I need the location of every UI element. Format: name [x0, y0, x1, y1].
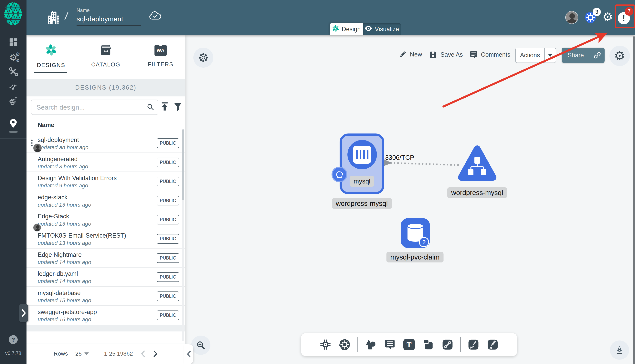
panel-tab-catalog[interactable]: CATALOG: [82, 35, 129, 77]
shapes-tool[interactable]: [364, 338, 377, 351]
zoom-button[interactable]: [191, 336, 210, 355]
link-tool[interactable]: [441, 338, 454, 351]
design-list-item[interactable]: Design With Validation Errors updated 9 …: [27, 172, 185, 191]
design-canvas[interactable]: [185, 35, 635, 364]
design-list-item[interactable]: sql-deployment updated an hour ago PUBLI…: [27, 134, 185, 153]
share-button-main[interactable]: Share: [562, 48, 590, 63]
node-persistent-volume-claim[interactable]: ?: [401, 218, 430, 248]
zoom-in-icon: [196, 340, 206, 350]
panel-scrollbar[interactable]: [182, 129, 184, 341]
design-name-field: Name: [77, 8, 141, 26]
design-updated-time: updated 16 hours ago: [38, 316, 91, 323]
actions-split-button[interactable]: Actions: [515, 48, 556, 63]
comments-button[interactable]: Comments: [470, 50, 510, 59]
design-list-item[interactable]: swagger-petstore-app updated 16 hours ag…: [27, 306, 185, 325]
sidebar-item-toolkit[interactable]: [0, 65, 27, 79]
design-list-item[interactable]: edge-stack updated 13 hours ago PUBLIC: [27, 191, 185, 210]
design-list-item[interactable]: FMTOK8S-Email-Service(REST) updated 13 h…: [27, 229, 185, 248]
chevron-right-icon: [153, 350, 158, 357]
design-visibility-badge: PUBLIC: [157, 272, 179, 282]
design-list-item[interactable]: Autogenerated updated 3 hours ago PUBLIC: [27, 153, 185, 172]
shapes-icon: [364, 338, 377, 351]
notification-count-badge: 7: [625, 7, 633, 16]
sidebar-item-dashboard[interactable]: [0, 36, 27, 50]
design-updated-time: updated 14 hours ago: [38, 259, 91, 266]
funnel-icon: [173, 102, 182, 111]
settings-gear-button[interactable]: ⚙: [601, 10, 614, 24]
design-list-item[interactable]: mysql-database updated 15 hours ago PUBL…: [27, 287, 185, 306]
comment-tool[interactable]: [383, 338, 396, 351]
panel-collapse-handle[interactable]: [184, 344, 193, 364]
sidebar-item-kanvas[interactable]: [0, 117, 27, 131]
user-avatar[interactable]: [565, 11, 578, 24]
dashboard-icon: [9, 38, 18, 48]
panel-tab-filters[interactable]: WA FILTERS: [137, 35, 184, 77]
sidebar-item-lifecycle[interactable]: ⚙ ⚙ ⚙: [0, 50, 27, 64]
search-icon[interactable]: [146, 103, 154, 112]
ink-pen-button[interactable]: [610, 340, 629, 360]
design-name-input[interactable]: [77, 13, 141, 26]
link-icon: [593, 51, 601, 59]
design-updated-time: updated 14 hours ago: [38, 278, 91, 284]
design-list-item[interactable]: Edge-Stack updated 13 hours ago PUBLIC: [27, 210, 185, 229]
save-as-button[interactable]: Save As: [429, 50, 463, 59]
gear-icon: ⚙: [602, 10, 613, 24]
node-deployment[interactable]: mysql: [340, 134, 384, 194]
pagination-range: 1-25 19362: [104, 350, 133, 357]
wasm-filter-icon: WA: [154, 45, 167, 56]
node-service[interactable]: [455, 144, 499, 185]
help-button[interactable]: ?: [9, 335, 18, 344]
panel-tab-designs[interactable]: DESIGNS: [28, 35, 75, 77]
catalog-archive-icon: [100, 44, 112, 56]
actions-button-main[interactable]: Actions: [516, 48, 544, 62]
copy-link-button[interactable]: [590, 48, 604, 63]
tab-design[interactable]: Design: [330, 23, 363, 35]
kubernetes-tool[interactable]: [338, 338, 351, 351]
freehand-pencil-tool[interactable]: [486, 338, 499, 351]
rows-per-page-value: 25: [75, 350, 82, 357]
new-design-button[interactable]: New: [399, 50, 422, 58]
row-menu-icon[interactable]: [31, 140, 33, 146]
performance-icon: [9, 81, 18, 91]
text-tool[interactable]: T: [402, 338, 415, 351]
rows-per-page-select[interactable]: 25: [75, 350, 89, 357]
design-updated-time: updated 13 hours ago: [38, 202, 91, 208]
list-end-band: [27, 325, 185, 332]
design-visibility-badge: PUBLIC: [157, 176, 179, 186]
lifecycle-gears-icon: ⚙ ⚙ ⚙: [9, 53, 17, 62]
share-split-button[interactable]: Share: [562, 48, 604, 63]
canvas-widgets-button[interactable]: [193, 48, 213, 68]
actions-dropdown-toggle[interactable]: [544, 48, 556, 62]
filter-designs-button[interactable]: [173, 102, 182, 112]
design-updated-time: updated 13 hours ago: [38, 221, 91, 227]
design-visibility-badge: PUBLIC: [157, 310, 179, 320]
note-tool[interactable]: [422, 338, 435, 351]
pencil-icon: [399, 50, 407, 58]
pvc-node-label: mysql-pvc-claim: [386, 252, 444, 262]
design-name: Autogenerated: [38, 156, 78, 163]
design-list-item[interactable]: Edge Nightmare updated 14 hours ago PUBL…: [27, 248, 185, 268]
tab-visualize[interactable]: Visualize: [363, 23, 401, 35]
pin-shadow: [9, 131, 18, 133]
sidebar-item-performance[interactable]: [0, 79, 27, 93]
sidebar-item-extensions[interactable]: [0, 94, 27, 108]
import-design-button[interactable]: [160, 102, 169, 112]
upload-icon: [160, 102, 169, 111]
design-list-item[interactable]: ledger-db.yaml updated 14 hours ago PUBL…: [27, 268, 185, 287]
panel-tab-filters-label: FILTERS: [148, 61, 173, 68]
search-input[interactable]: [31, 104, 146, 111]
organization-building-icon[interactable]: [48, 11, 60, 26]
design-name: edge-stack: [38, 194, 68, 201]
meshery-logo[interactable]: [4, 2, 23, 26]
tab-design-label: Design: [342, 26, 361, 33]
sidebar-expand-handle[interactable]: [19, 304, 28, 322]
panel-scrollbar-thumb[interactable]: [182, 129, 184, 200]
canvas-settings-button[interactable]: ⚙: [609, 46, 630, 66]
previous-page-button[interactable]: [140, 350, 145, 357]
page-scrollbar[interactable]: [633, 36, 635, 364]
design-updated-time: updated 13 hours ago: [38, 240, 91, 246]
component-circuit-tool[interactable]: [319, 338, 332, 351]
pen-arrow-tool[interactable]: [467, 338, 480, 351]
question-mark-icon: ?: [11, 336, 15, 343]
next-page-button[interactable]: [153, 350, 158, 357]
